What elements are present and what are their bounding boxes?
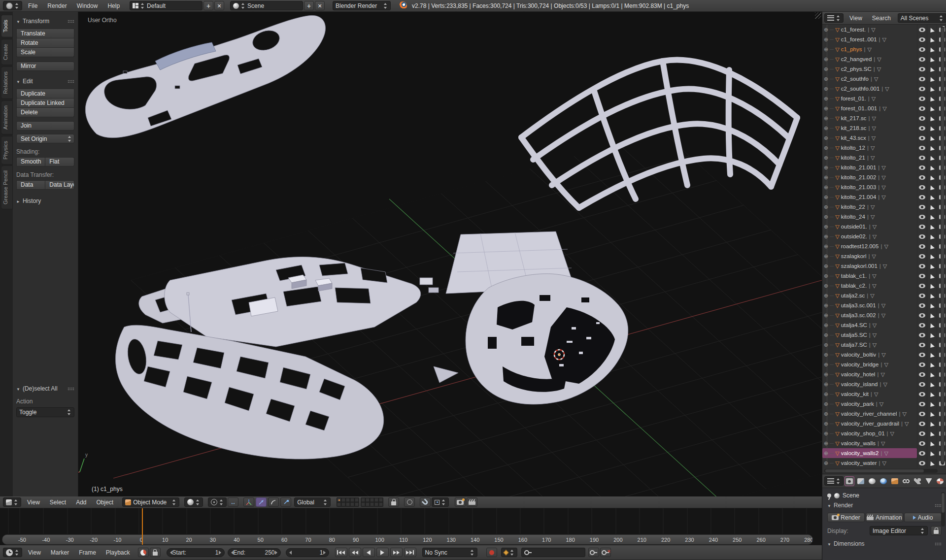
current-frame-field[interactable]: 1 — [286, 548, 329, 557]
visibility-eye-icon[interactable] — [919, 323, 925, 328]
object-name[interactable]: kitolto_21 — [841, 155, 865, 161]
menu-item[interactable]: Render — [42, 2, 71, 9]
transform-button[interactable]: Rotate — [16, 38, 74, 48]
end-frame-field[interactable]: End: 250 — [228, 548, 281, 557]
menu-item[interactable]: Frame — [74, 549, 101, 556]
expand-icon[interactable] — [824, 372, 828, 377]
selectability-cursor-icon[interactable] — [929, 283, 935, 288]
object-name[interactable]: kitolto_21.001 — [841, 165, 877, 170]
outliner-row[interactable]: ▽ utalja3.sc.002 | ▽ — [822, 310, 946, 320]
manipulator-rotate-button[interactable] — [268, 497, 279, 507]
visibility-eye-icon[interactable] — [919, 136, 925, 140]
expand-icon[interactable] — [824, 362, 828, 367]
timeline-ruler[interactable]: -50-40-30-20-100102030405060708090100110… — [2, 534, 813, 545]
outliner-row[interactable]: ▽ utalja4.SC | ▽ — [822, 320, 946, 330]
object-name[interactable]: c2_phys.SC — [841, 66, 872, 72]
outliner-row[interactable]: ▽ kitolto_21.003 | ▽ — [822, 182, 946, 192]
expand-icon[interactable] — [824, 126, 828, 131]
outliner-row[interactable]: ▽ kitolto_22 | ▽ — [822, 202, 946, 212]
expand-icon[interactable] — [824, 254, 828, 259]
close-scene-button[interactable] — [315, 1, 325, 10]
outliner-row[interactable]: ▽ utalja7.SC | ▽ — [822, 340, 946, 350]
panel-header-edit[interactable]: Edit — [16, 78, 74, 85]
selectability-cursor-icon[interactable] — [929, 460, 935, 465]
next-keyframe-button[interactable] — [390, 548, 403, 557]
panel-header-transform[interactable]: Transform — [16, 18, 74, 25]
expand-icon[interactable] — [824, 234, 828, 239]
outliner-vertical-scrollbar[interactable] — [941, 27, 945, 464]
visibility-eye-icon[interactable] — [919, 431, 925, 436]
shelf-tab[interactable]: Create — [1, 39, 13, 65]
panel-grip-icon[interactable] — [68, 80, 74, 83]
action-dropdown[interactable]: Toggle — [16, 407, 74, 417]
scene-lock-toggle[interactable] — [388, 497, 399, 507]
outliner-row[interactable]: ▽ utalja3.sc.001 | ▽ — [822, 300, 946, 310]
object-name[interactable]: c2_southfo — [841, 76, 869, 82]
visibility-eye-icon[interactable] — [919, 294, 925, 298]
selectability-cursor-icon[interactable] — [929, 194, 935, 199]
selectability-cursor-icon[interactable] — [929, 125, 935, 131]
display-lock-toggle[interactable] — [931, 526, 942, 535]
expand-icon[interactable] — [824, 66, 828, 72]
delete-keyframe-button[interactable]: × — [600, 548, 611, 557]
menu-item[interactable]: Select — [45, 499, 71, 506]
selectability-cursor-icon[interactable] — [929, 36, 935, 42]
object-name[interactable]: valocity_river_guardrail — [841, 421, 899, 427]
selectability-cursor-icon[interactable] — [929, 204, 935, 209]
outliner-row[interactable]: ▽ c2_southfo | ▽ — [822, 74, 946, 84]
expand-icon[interactable] — [824, 195, 828, 200]
outliner-row[interactable]: ▽ valocity_walls2 | ▽ — [822, 448, 946, 458]
display-mode-selector[interactable]: Image Editor — [870, 526, 928, 535]
expand-icon[interactable] — [824, 313, 828, 318]
selectability-cursor-icon[interactable] — [929, 362, 935, 367]
selectability-cursor-icon[interactable] — [929, 145, 935, 150]
menu-item[interactable]: File — [23, 2, 42, 9]
visibility-eye-icon[interactable] — [919, 195, 925, 199]
layers-grid-1[interactable] — [337, 497, 359, 507]
selectability-cursor-icon[interactable] — [929, 371, 935, 377]
object-name[interactable]: forest_01..001 — [841, 105, 878, 111]
menu-item[interactable]: Help — [102, 2, 125, 9]
object-name[interactable]: utalja7.SC — [841, 342, 867, 348]
play-reverse-button[interactable] — [363, 548, 375, 557]
selectability-cursor-icon[interactable] — [929, 224, 935, 229]
expand-icon[interactable] — [824, 175, 828, 180]
object-name[interactable]: kitolto_24 — [841, 214, 865, 220]
selectability-cursor-icon[interactable] — [929, 440, 935, 446]
outliner-row[interactable]: ▽ c1_forest..001 | ▽ — [822, 34, 946, 44]
properties-tab[interactable] — [867, 476, 877, 486]
selectability-cursor-icon[interactable] — [929, 312, 935, 318]
proportional-edit-toggle[interactable] — [404, 497, 415, 507]
visibility-eye-icon[interactable] — [919, 175, 925, 180]
visibility-eye-icon[interactable] — [919, 146, 925, 150]
object-name[interactable]: tablak_c2. — [841, 283, 867, 289]
expand-icon[interactable] — [824, 342, 828, 348]
selectability-cursor-icon[interactable] — [929, 96, 935, 101]
visibility-eye-icon[interactable] — [919, 215, 925, 219]
object-name[interactable]: c1_phys — [841, 46, 862, 52]
selectability-cursor-icon[interactable] — [929, 391, 935, 396]
object-name[interactable]: valocity_boltiv — [841, 352, 877, 358]
viewport-3d[interactable]: x y — [0, 12, 822, 496]
expand-icon[interactable] — [824, 293, 828, 298]
expand-icon[interactable] — [824, 86, 828, 92]
outliner-row[interactable]: ▽ valocity_walls | ▽ — [822, 438, 946, 448]
object-name[interactable]: valocity_walls — [841, 440, 876, 446]
selectability-cursor-icon[interactable] — [929, 322, 935, 328]
object-name[interactable]: valocity_water — [841, 460, 877, 466]
object-name[interactable]: szalagkorl — [841, 253, 867, 259]
outliner-row[interactable]: ▽ valocity_river_guardrail | ▽ — [822, 419, 946, 428]
object-name[interactable]: kitolto_21.004 — [841, 194, 877, 200]
object-name[interactable]: valocity_park — [841, 401, 874, 407]
expand-icon[interactable] — [824, 165, 828, 170]
outliner-row[interactable]: ▽ valocity_hotel | ▽ — [822, 369, 946, 379]
object-name[interactable]: outside01. — [841, 224, 867, 230]
object-name[interactable]: c2_southfo.001 — [841, 86, 880, 92]
visibility-eye-icon[interactable] — [919, 362, 925, 367]
properties-scrollbar[interactable] — [941, 492, 945, 527]
selectability-cursor-icon[interactable] — [929, 332, 935, 337]
outliner-row[interactable]: ▽ valocity_shop_01 | ▽ — [822, 428, 946, 438]
data-transfer-button[interactable]: Data — [16, 180, 45, 190]
render-animation-button[interactable]: Animation — [866, 513, 903, 522]
expand-icon[interactable] — [824, 303, 828, 308]
